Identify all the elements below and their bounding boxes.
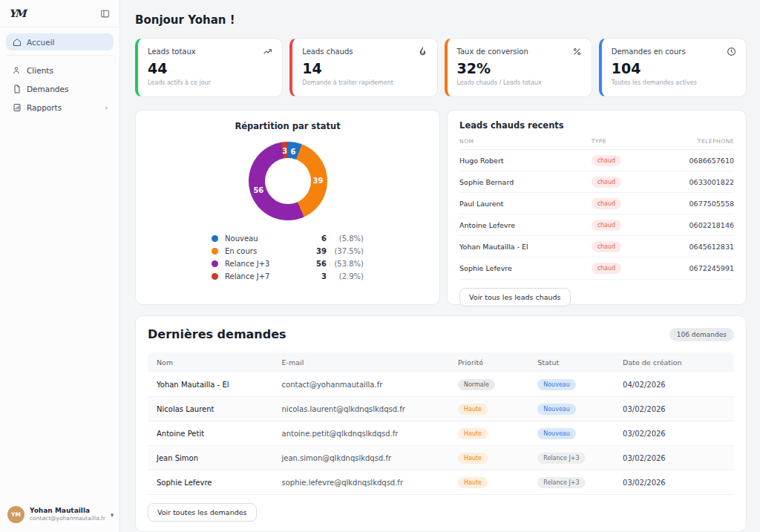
sidebar-item-clients[interactable]: Clients: [6, 62, 114, 79]
legend-percent: (5.8%): [330, 234, 364, 243]
legend-label: Relance J+3: [225, 260, 312, 268]
file-icon: [12, 84, 22, 93]
hot-lead-row[interactable]: Antoine Lefevrechaud0602218146: [459, 214, 734, 236]
request-email: antoine.petit@qlkdnqslkdqsd.fr: [282, 430, 458, 438]
column-header: Nom: [157, 358, 282, 367]
donut-segment-label: 3: [282, 147, 287, 155]
view-all-requests-button[interactable]: Voir toutes les demandes: [148, 503, 257, 522]
status-distribution-card: Répartition par statut 639563 Nouveau6(5…: [135, 110, 440, 305]
sidebar-collapse-icon[interactable]: [99, 7, 111, 19]
donut-segment-label: 6: [290, 147, 295, 155]
hot-lead-row[interactable]: Sophie Lefevrechaud0672245991: [459, 257, 734, 279]
donut-hole: [265, 158, 311, 204]
user-email: contact@yohanmautailla.fr: [30, 515, 105, 522]
hot-lead-row[interactable]: Sophie Bernardchaud0633001822: [459, 171, 734, 193]
stat-subtitle: Demande à traiter rapidement: [302, 79, 427, 86]
page-title: Bonjour Yohan !: [135, 13, 747, 27]
request-priority: Haute: [458, 477, 537, 488]
lead-type: chaud: [592, 220, 669, 231]
sidebar-header: YM: [0, 0, 119, 27]
status-badge: Nouveau: [537, 428, 576, 439]
hot-lead-row[interactable]: Yohan Mautailla - Elchaud0645612831: [459, 236, 734, 257]
trending-up-icon: [263, 47, 272, 56]
stat-title: Leads totaux: [148, 47, 196, 56]
request-date: 03/02/2026: [623, 430, 725, 438]
column-header: Statut: [537, 358, 623, 367]
stat-card: Taux de conversion32%Leads chauds / Lead…: [445, 38, 592, 97]
column-header: TELEPHONE: [668, 138, 734, 145]
stat-subtitle: Leads chauds / Leads totaux: [457, 79, 582, 86]
lead-type: chaud: [592, 177, 669, 188]
request-row[interactable]: Antoine Petitantoine.petit@qlkdnqslkdqsd…: [148, 421, 734, 446]
request-row[interactable]: Nicolas Laurentnicolas.laurent@qlkdnqslk…: [148, 397, 734, 421]
request-name: Yohan Mautailla - El: [157, 381, 282, 389]
hot-lead-row[interactable]: Paul Laurentchaud0677505558: [459, 193, 734, 214]
priority-badge: Haute: [458, 428, 488, 439]
sidebar-item-demandes[interactable]: Demandes: [6, 80, 114, 97]
legend-dot: [212, 273, 218, 280]
priority-badge: Haute: [458, 477, 488, 488]
lead-phone: 0602218146: [668, 221, 734, 229]
request-date: 04/02/2026: [623, 381, 725, 389]
hot-leads-table-header: NOMTYPETELEPHONE: [459, 131, 734, 150]
request-status: Relance J+3: [537, 477, 623, 488]
stat-value: 32%: [457, 62, 582, 76]
request-name: Nicolas Laurent: [157, 405, 282, 413]
legend-item: Relance J+73(2.9%): [212, 270, 364, 283]
status-badge: Nouveau: [537, 404, 576, 415]
request-email: sophie.lefevre@qlkdnqslkdqsd.fr: [282, 479, 458, 487]
hot-leads-title: Leads chauds recents: [459, 120, 734, 131]
request-row[interactable]: Sophie Lefevresophie.lefevre@qlkdnqslkdq…: [148, 470, 734, 495]
type-badge: chaud: [592, 263, 622, 274]
lead-type: chaud: [592, 241, 669, 252]
request-row[interactable]: Yohan Mautailla - Elcontact@yohanmautail…: [148, 372, 734, 397]
avatar: YM: [7, 506, 24, 523]
stat-title: Demandes en cours: [612, 47, 686, 56]
status-badge: Relance J+3: [537, 453, 585, 464]
home-icon: [12, 37, 22, 47]
requests-title: Dernières demandes: [148, 327, 286, 341]
priority-badge: Haute: [458, 453, 488, 464]
legend-percent: (53.8%): [330, 260, 364, 268]
stat-card: Leads chauds14Demande à traiter rapideme…: [289, 38, 437, 97]
column-header: TYPE: [592, 138, 669, 145]
sidebar-item-accueil[interactable]: Accueil: [6, 33, 114, 50]
legend-dot: [212, 235, 218, 242]
column-header: Priorité: [458, 358, 537, 367]
request-email: nicolas.laurent@qlkdnqslkdqsd.fr: [282, 405, 458, 413]
main-content: Bonjour Yohan ! Leads totaux44Leads acti…: [120, 0, 760, 532]
type-badge: chaud: [592, 241, 622, 252]
sidebar-item-rapports[interactable]: Rapports›: [6, 99, 114, 116]
lead-name: Hugo Robert: [459, 157, 592, 165]
user-name: Yohan Mautailla: [30, 507, 105, 515]
request-row[interactable]: Jean Simonjean.simon@qlkdnqslkdqsd.frHau…: [148, 446, 734, 470]
legend-percent: (2.9%): [330, 272, 364, 280]
lead-type: chaud: [592, 155, 669, 166]
sidebar-item-label: Demandes: [27, 85, 68, 93]
stat-value: 44: [148, 62, 272, 76]
lead-type: chaud: [592, 198, 669, 209]
sidebar-item-label: Clients: [27, 66, 53, 75]
hot-lead-row[interactable]: Hugo Robertchaud0686657610: [459, 150, 734, 171]
stat-card: Leads totaux44Leads actifs à ce jour: [135, 38, 283, 97]
type-badge: chaud: [592, 177, 622, 188]
middle-row: Répartition par statut 639563 Nouveau6(5…: [135, 110, 747, 305]
request-priority: Haute: [458, 428, 537, 439]
column-header: NOM: [459, 138, 592, 145]
request-name: Jean Simon: [157, 454, 282, 462]
type-badge: chaud: [592, 155, 622, 166]
user-menu[interactable]: YM Yohan Mautailla contact@yohanmautaill…: [0, 499, 119, 532]
stat-value: 14: [302, 62, 427, 76]
view-all-hot-leads-button[interactable]: Voir tous les leads chauds: [459, 288, 571, 306]
sidebar-item-label: Accueil: [27, 38, 55, 47]
stat-title: Leads chauds: [302, 47, 353, 56]
request-status: Nouveau: [537, 379, 623, 390]
request-name: Antoine Petit: [157, 430, 282, 438]
request-priority: Haute: [458, 404, 537, 415]
chevron-down-icon: ▾: [111, 511, 114, 519]
lead-name: Antoine Lefevre: [459, 221, 592, 229]
column-header: Date de création: [623, 358, 725, 367]
request-email: jean.simon@qlkdnqslkdqsd.fr: [282, 454, 458, 462]
requests-table-header: NomE-mailPrioritéStatutDate de création: [148, 352, 734, 372]
percent-icon: [572, 47, 582, 56]
